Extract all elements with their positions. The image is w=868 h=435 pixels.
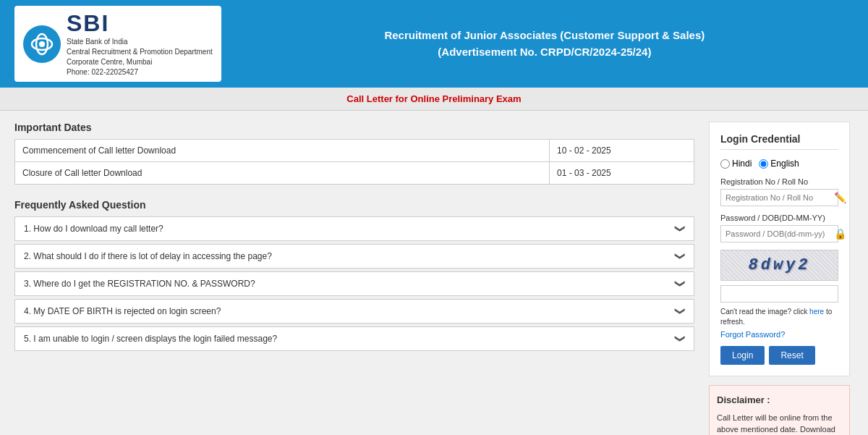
pwd-label: Password / DOB(DD-MM-YY) <box>720 214 838 222</box>
faq-container: 1. How do I download my call letter? ❯ 2… <box>14 216 694 351</box>
pwd-input-group: 🔒 <box>720 225 838 242</box>
faq-question-text: 3. Where do I get the REGISTRATION NO. &… <box>24 279 255 289</box>
hindi-radio-label[interactable]: Hindi <box>720 159 752 169</box>
faq-question[interactable]: 5. I am unable to login / screen display… <box>15 327 694 350</box>
language-selector[interactable]: Hindi English <box>720 159 838 169</box>
reset-button[interactable]: Reset <box>769 346 814 365</box>
english-radio-label[interactable]: English <box>759 159 799 169</box>
page-title: Recruitment of Junior Associates (Custom… <box>236 28 854 60</box>
faq-question[interactable]: 4. My DATE OF BIRTH is rejected on login… <box>15 300 694 323</box>
disclaimer-text: Call Letter will be online from the abov… <box>717 412 842 436</box>
chevron-down-icon: ❯ <box>675 279 686 288</box>
forgot-password-link[interactable]: Forgot Password? <box>720 330 838 339</box>
faq-question-text: 1. How do I download my call letter? <box>24 224 163 234</box>
english-label: English <box>770 159 799 169</box>
faq-item[interactable]: 1. How do I download my call letter? ❯ <box>14 216 694 241</box>
table-row: Commencement of Call letter Download10 -… <box>15 140 694 162</box>
right-panel: Login Credential Hindi English Registrat… <box>709 122 854 435</box>
date-value: 10 - 02 - 2025 <box>550 140 694 162</box>
important-dates-table: Commencement of Call letter Download10 -… <box>14 139 694 185</box>
table-row: Closure of Call letter Download01 - 03 -… <box>15 162 694 185</box>
faq-item[interactable]: 5. I am unable to login / screen display… <box>14 326 694 351</box>
logo-container: SBI State Bank of India Central Recruitm… <box>14 6 221 82</box>
page-header: SBI State Bank of India Central Recruitm… <box>0 0 868 88</box>
main-content: Important Dates Commencement of Call let… <box>0 111 868 435</box>
sbi-dept-text: State Bank of India Central Recruitment … <box>67 37 213 77</box>
important-dates-title: Important Dates <box>14 122 694 133</box>
faq-question[interactable]: 2. What should I do if there is lot of d… <box>15 245 694 268</box>
date-label: Commencement of Call letter Download <box>15 140 550 162</box>
cant-read-text: Can't read the image? click here to refr… <box>720 307 838 327</box>
chevron-down-icon: ❯ <box>675 334 686 343</box>
sbi-brand-text: SBI <box>67 10 213 37</box>
disclaimer-box: Disclaimer : Call Letter will be online … <box>709 385 850 435</box>
faq-question-text: 4. My DATE OF BIRTH is rejected on login… <box>24 306 221 316</box>
faq-question[interactable]: 1. How do I download my call letter? ❯ <box>15 217 694 240</box>
faq-item[interactable]: 2. What should I do if there is lot of d… <box>14 244 694 269</box>
reg-input[interactable] <box>721 190 830 206</box>
sbi-logo-icon <box>23 25 61 63</box>
faq-question-text: 2. What should I do if there is lot of d… <box>24 251 272 261</box>
disclaimer-title: Disclaimer : <box>717 393 842 407</box>
pwd-input[interactable] <box>721 226 830 242</box>
login-panel: Login Credential Hindi English Registrat… <box>709 122 850 376</box>
chevron-down-icon: ❯ <box>675 252 686 261</box>
faq-item[interactable]: 3. Where do I get the REGISTRATION NO. &… <box>14 271 694 296</box>
captcha-input[interactable] <box>720 285 838 303</box>
reg-input-group: ✏️ <box>720 189 838 206</box>
faq-question[interactable]: 3. Where do I get the REGISTRATION NO. &… <box>15 272 694 295</box>
english-radio[interactable] <box>759 159 768 169</box>
login-button[interactable]: Login <box>720 346 765 365</box>
chevron-down-icon: ❯ <box>675 224 686 233</box>
hindi-label: Hindi <box>732 159 752 169</box>
refresh-captcha-link[interactable]: here <box>809 308 824 316</box>
login-btn-row: Login Reset <box>720 346 838 365</box>
captcha-image: 8dwy2 <box>720 250 838 281</box>
sub-header-bar: Call Letter for Online Preliminary Exam <box>0 88 868 111</box>
faq-item[interactable]: 4. My DATE OF BIRTH is rejected on login… <box>14 299 694 324</box>
date-value: 01 - 03 - 2025 <box>550 162 694 185</box>
login-title: Login Credential <box>720 133 838 150</box>
reg-label: Registration No / Roll No <box>720 177 838 186</box>
date-label: Closure of Call letter Download <box>15 162 550 185</box>
faq-question-text: 5. I am unable to login / screen display… <box>24 334 277 344</box>
lock-icon: 🔒 <box>830 228 851 240</box>
chevron-down-icon: ❯ <box>675 307 686 316</box>
faq-title: Frequently Asked Question <box>14 199 694 211</box>
svg-point-3 <box>39 41 45 47</box>
left-panel: Important Dates Commencement of Call let… <box>14 122 694 435</box>
edit-icon[interactable]: ✏️ <box>830 192 851 203</box>
sub-header-label: Call Letter for Online Preliminary Exam <box>346 93 521 104</box>
hindi-radio[interactable] <box>720 159 730 169</box>
